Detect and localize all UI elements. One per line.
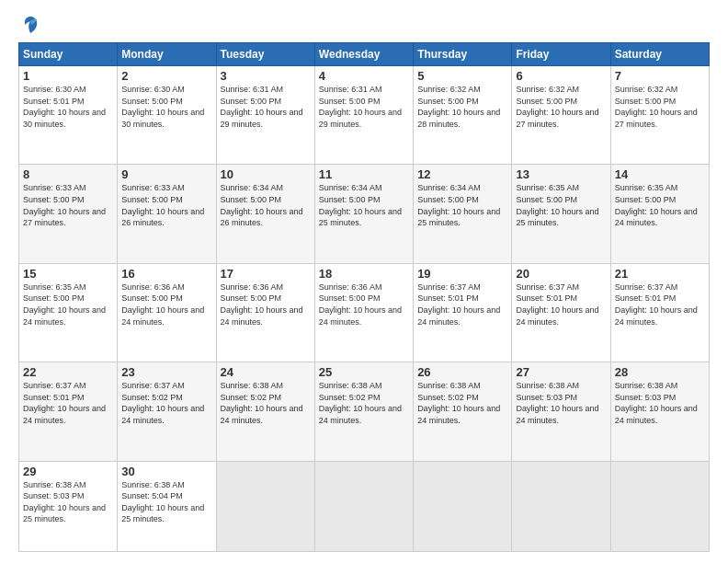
cell-info: Sunrise: 6:35 AMSunset: 5:00 PMDaylight:… — [23, 282, 113, 327]
cell-day-number: 6 — [516, 69, 606, 83]
cell-day-number: 1 — [23, 69, 113, 83]
cell-info: Sunrise: 6:32 AMSunset: 5:00 PMDaylight:… — [417, 84, 507, 130]
logo-bird-icon — [22, 15, 39, 35]
calendar-row-0: 1Sunrise: 6:30 AMSunset: 5:01 PMDaylight… — [19, 66, 710, 165]
cell-info: Sunrise: 6:32 AMSunset: 5:00 PMDaylight:… — [615, 84, 705, 130]
calendar-cell: 3Sunrise: 6:31 AMSunset: 5:00 PMDaylight… — [216, 66, 314, 165]
cell-info: Sunrise: 6:31 AMSunset: 5:00 PMDaylight:… — [221, 84, 311, 130]
calendar-cell — [414, 461, 512, 552]
cell-day-number: 5 — [417, 69, 507, 83]
calendar-cell: 10Sunrise: 6:34 AMSunset: 5:00 PMDayligh… — [216, 165, 314, 263]
calendar-cell: 1Sunrise: 6:30 AMSunset: 5:01 PMDaylight… — [19, 66, 118, 165]
calendar-row-2: 15Sunrise: 6:35 AMSunset: 5:00 PMDayligh… — [19, 263, 710, 362]
day-header-friday: Friday — [512, 43, 610, 66]
cell-day-number: 4 — [319, 69, 409, 83]
cell-info: Sunrise: 6:38 AMSunset: 5:03 PMDaylight:… — [516, 380, 606, 426]
calendar-cell: 11Sunrise: 6:34 AMSunset: 5:00 PMDayligh… — [314, 165, 413, 263]
cell-day-number: 14 — [615, 167, 705, 181]
cell-info: Sunrise: 6:37 AMSunset: 5:02 PMDaylight:… — [121, 380, 211, 426]
cell-day-number: 23 — [121, 365, 211, 379]
cell-info: Sunrise: 6:34 AMSunset: 5:00 PMDaylight:… — [417, 182, 507, 228]
calendar-cell: 17Sunrise: 6:36 AMSunset: 5:00 PMDayligh… — [216, 263, 314, 362]
cell-day-number: 9 — [121, 167, 211, 181]
calendar-cell — [512, 461, 610, 552]
calendar-cell: 21Sunrise: 6:37 AMSunset: 5:01 PMDayligh… — [610, 263, 709, 362]
cell-day-number: 13 — [516, 167, 606, 181]
cell-info: Sunrise: 6:38 AMSunset: 5:02 PMDaylight:… — [319, 380, 409, 426]
cell-day-number: 28 — [615, 365, 705, 379]
calendar-cell — [610, 461, 709, 552]
cell-info: Sunrise: 6:33 AMSunset: 5:00 PMDaylight:… — [23, 182, 113, 228]
cell-day-number: 2 — [121, 69, 211, 83]
calendar-cell: 6Sunrise: 6:32 AMSunset: 5:00 PMDaylight… — [512, 66, 610, 165]
cell-day-number: 10 — [221, 167, 311, 181]
cell-info: Sunrise: 6:38 AMSunset: 5:04 PMDaylight:… — [121, 479, 211, 525]
cell-info: Sunrise: 6:31 AMSunset: 5:00 PMDaylight:… — [319, 84, 409, 130]
cell-day-number: 18 — [319, 267, 409, 281]
cell-info: Sunrise: 6:34 AMSunset: 5:00 PMDaylight:… — [221, 182, 311, 228]
cell-info: Sunrise: 6:37 AMSunset: 5:01 PMDaylight:… — [417, 282, 507, 327]
cell-day-number: 27 — [516, 365, 606, 379]
calendar-cell: 23Sunrise: 6:37 AMSunset: 5:02 PMDayligh… — [118, 362, 216, 461]
cell-day-number: 22 — [23, 365, 113, 379]
calendar-cell: 18Sunrise: 6:36 AMSunset: 5:00 PMDayligh… — [314, 263, 413, 362]
calendar-cell: 15Sunrise: 6:35 AMSunset: 5:00 PMDayligh… — [19, 263, 118, 362]
cell-info: Sunrise: 6:36 AMSunset: 5:00 PMDaylight:… — [221, 282, 311, 327]
calendar-row-4: 29Sunrise: 6:38 AMSunset: 5:03 PMDayligh… — [19, 461, 710, 552]
cell-day-number: 24 — [221, 365, 311, 379]
calendar-cell: 12Sunrise: 6:34 AMSunset: 5:00 PMDayligh… — [414, 165, 512, 263]
cell-day-number: 17 — [221, 267, 311, 281]
cell-day-number: 20 — [516, 267, 606, 281]
calendar-cell: 14Sunrise: 6:35 AMSunset: 5:00 PMDayligh… — [610, 165, 709, 263]
day-header-saturday: Saturday — [610, 43, 709, 66]
cell-day-number: 26 — [417, 365, 507, 379]
cell-info: Sunrise: 6:35 AMSunset: 5:00 PMDaylight:… — [516, 182, 606, 228]
calendar-cell: 19Sunrise: 6:37 AMSunset: 5:01 PMDayligh… — [414, 263, 512, 362]
cell-info: Sunrise: 6:36 AMSunset: 5:00 PMDaylight:… — [121, 282, 211, 327]
logo — [18, 15, 40, 35]
calendar-cell: 29Sunrise: 6:38 AMSunset: 5:03 PMDayligh… — [19, 461, 118, 552]
calendar-cell: 16Sunrise: 6:36 AMSunset: 5:00 PMDayligh… — [118, 263, 216, 362]
cell-info: Sunrise: 6:36 AMSunset: 5:00 PMDaylight:… — [319, 282, 409, 327]
calendar-header-row: SundayMondayTuesdayWednesdayThursdayFrid… — [19, 43, 710, 66]
cell-info: Sunrise: 6:30 AMSunset: 5:01 PMDaylight:… — [23, 84, 113, 130]
calendar-cell: 25Sunrise: 6:38 AMSunset: 5:02 PMDayligh… — [314, 362, 413, 461]
cell-day-number: 29 — [23, 465, 113, 478]
cell-info: Sunrise: 6:35 AMSunset: 5:00 PMDaylight:… — [615, 182, 705, 228]
calendar-cell: 30Sunrise: 6:38 AMSunset: 5:04 PMDayligh… — [118, 461, 216, 552]
header — [18, 15, 710, 35]
cell-info: Sunrise: 6:38 AMSunset: 5:03 PMDaylight:… — [615, 380, 705, 426]
cell-day-number: 11 — [319, 167, 409, 181]
page: SundayMondayTuesdayWednesdayThursdayFrid… — [0, 0, 728, 563]
calendar-table: SundayMondayTuesdayWednesdayThursdayFrid… — [18, 42, 710, 552]
cell-day-number: 16 — [121, 267, 211, 281]
cell-info: Sunrise: 6:33 AMSunset: 5:00 PMDaylight:… — [121, 182, 211, 228]
calendar-cell: 28Sunrise: 6:38 AMSunset: 5:03 PMDayligh… — [610, 362, 709, 461]
cell-info: Sunrise: 6:37 AMSunset: 5:01 PMDaylight:… — [516, 282, 606, 327]
calendar-cell — [216, 461, 314, 552]
calendar-cell: 7Sunrise: 6:32 AMSunset: 5:00 PMDaylight… — [610, 66, 709, 165]
calendar-cell: 27Sunrise: 6:38 AMSunset: 5:03 PMDayligh… — [512, 362, 610, 461]
cell-day-number: 8 — [23, 167, 113, 181]
cell-info: Sunrise: 6:38 AMSunset: 5:02 PMDaylight:… — [417, 380, 507, 426]
cell-day-number: 12 — [417, 167, 507, 181]
calendar-cell: 9Sunrise: 6:33 AMSunset: 5:00 PMDaylight… — [118, 165, 216, 263]
calendar-cell: 4Sunrise: 6:31 AMSunset: 5:00 PMDaylight… — [314, 66, 413, 165]
calendar-cell: 5Sunrise: 6:32 AMSunset: 5:00 PMDaylight… — [414, 66, 512, 165]
cell-day-number: 7 — [615, 69, 705, 83]
calendar-cell — [314, 461, 413, 552]
day-header-tuesday: Tuesday — [216, 43, 314, 66]
calendar-cell: 2Sunrise: 6:30 AMSunset: 5:00 PMDaylight… — [118, 66, 216, 165]
calendar-row-3: 22Sunrise: 6:37 AMSunset: 5:01 PMDayligh… — [19, 362, 710, 461]
calendar-cell: 26Sunrise: 6:38 AMSunset: 5:02 PMDayligh… — [414, 362, 512, 461]
cell-info: Sunrise: 6:38 AMSunset: 5:02 PMDaylight:… — [221, 380, 311, 426]
calendar-cell: 22Sunrise: 6:37 AMSunset: 5:01 PMDayligh… — [19, 362, 118, 461]
cell-info: Sunrise: 6:38 AMSunset: 5:03 PMDaylight:… — [23, 479, 113, 525]
calendar-cell: 8Sunrise: 6:33 AMSunset: 5:00 PMDaylight… — [19, 165, 118, 263]
cell-info: Sunrise: 6:30 AMSunset: 5:00 PMDaylight:… — [121, 84, 211, 130]
cell-day-number: 21 — [615, 267, 705, 281]
day-header-sunday: Sunday — [19, 43, 118, 66]
calendar-row-1: 8Sunrise: 6:33 AMSunset: 5:00 PMDaylight… — [19, 165, 710, 263]
cell-info: Sunrise: 6:37 AMSunset: 5:01 PMDaylight:… — [23, 380, 113, 426]
cell-day-number: 3 — [221, 69, 311, 83]
